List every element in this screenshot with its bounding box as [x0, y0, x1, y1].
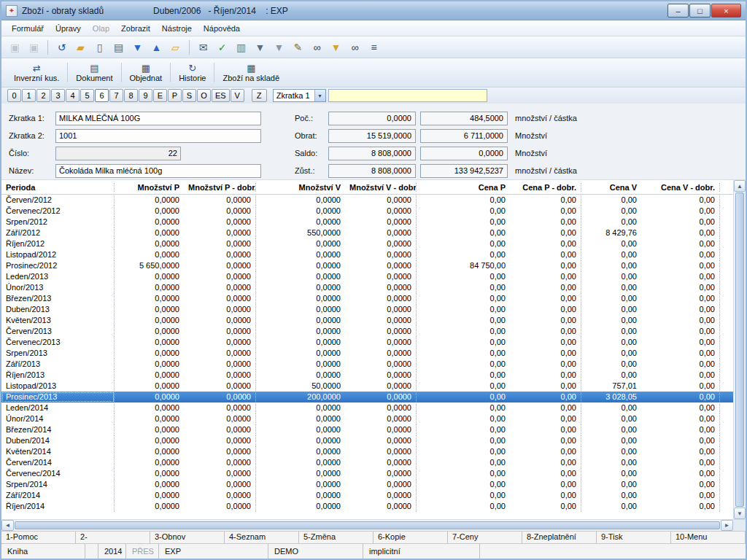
table-row[interactable]: Září/20120,00000,0000550,00000,00000,000…	[1, 228, 733, 238]
table-row[interactable]: Srpen/20130,00000,00000,00000,00000,000,…	[1, 348, 733, 359]
tab-v[interactable]: V	[231, 89, 244, 102]
table-row[interactable]: Červen/20140,00000,00000,00000,00000,000…	[1, 457, 733, 468]
search-next-icon[interactable]: ∞	[346, 39, 364, 56]
poc-quantity-field[interactable]	[328, 112, 416, 125]
list-icon[interactable]: ≡	[365, 39, 383, 56]
zust-quantity-field[interactable]	[328, 164, 416, 178]
saldo-amount-field[interactable]	[420, 147, 508, 160]
menu-nastroje[interactable]: Nástroje	[156, 22, 198, 35]
historie-button[interactable]: ↻Historie	[172, 60, 212, 85]
table-row[interactable]: Říjen/20140,00000,00000,00000,00000,000,…	[1, 501, 733, 512]
table-row[interactable]: Leden/20130,00000,00000,00000,00000,000,…	[1, 271, 733, 282]
fkey-5[interactable]: 5-Změna	[299, 532, 374, 543]
fkey-7[interactable]: 7-Ceny	[448, 532, 522, 543]
zbozi-na-sklade-button[interactable]: ▦Zboží na skladě	[216, 60, 286, 85]
table-row[interactable]: Červenec/20130,00000,00000,00000,00000,0…	[1, 337, 733, 348]
zkratka-combo[interactable]: Zkratka 1 ▼	[273, 89, 326, 102]
table-row[interactable]: Květen/20140,00000,00000,00000,00000,000…	[1, 446, 733, 457]
fkey-10[interactable]: 10-Menu	[671, 532, 746, 543]
tab-5[interactable]: 5	[80, 89, 94, 102]
undo-icon[interactable]: ↺	[53, 39, 71, 56]
tab-8[interactable]: 8	[124, 89, 138, 102]
tab-7[interactable]: 7	[109, 89, 123, 102]
folder-menu-icon[interactable]: ▱	[166, 39, 185, 56]
table-row[interactable]: Únor/20130,00000,00000,00000,00000,000,0…	[1, 282, 733, 293]
tab-3[interactable]: 3	[51, 89, 65, 102]
tab-6[interactable]: 6	[95, 89, 109, 102]
tab-s[interactable]: S	[182, 89, 196, 102]
maximize-button[interactable]: □	[689, 4, 711, 18]
tab-1[interactable]: 1	[22, 89, 36, 102]
copy-icon[interactable]: ▤	[109, 39, 128, 56]
fkey-8[interactable]: 8-Zneplatnění	[522, 532, 597, 543]
tab-e[interactable]: E	[153, 89, 167, 102]
dokument-button[interactable]: ▤Dokument	[69, 60, 119, 85]
cislo-field[interactable]	[55, 147, 181, 160]
tab-p[interactable]: P	[168, 89, 182, 102]
report-icon[interactable]: ▥	[232, 39, 250, 56]
menu-upravy[interactable]: Úpravy	[50, 22, 87, 35]
table-row[interactable]: Leden/20140,00000,00000,00000,00000,000,…	[1, 402, 733, 413]
obrat-quantity-field[interactable]	[328, 129, 416, 143]
table-row[interactable]: Březen/20140,00000,00000,00000,00000,000…	[1, 424, 733, 435]
table-row[interactable]: Říjen/20130,00000,00000,00000,00000,000,…	[1, 370, 733, 381]
table-row[interactable]: Listopad/20120,00000,00000,00000,00000,0…	[1, 249, 733, 260]
move-down-icon[interactable]: ▼	[128, 39, 147, 56]
table-row[interactable]: Listopad/20130,00000,000050,00000,00000,…	[1, 381, 733, 392]
filter-edit-icon[interactable]: ▼	[270, 39, 288, 56]
move-up-icon[interactable]: ▲	[147, 39, 166, 56]
table-row[interactable]: Únor/20140,00000,00000,00000,00000,000,0…	[1, 413, 733, 424]
table-row[interactable]: Září/20140,00000,00000,00000,00000,000,0…	[1, 490, 733, 501]
close-button[interactable]: ×	[711, 4, 741, 18]
mail-icon[interactable]: ✉	[194, 39, 212, 56]
table-row[interactable]: Duben/20130,00000,00000,00000,00000,000,…	[1, 304, 733, 315]
saldo-quantity-field[interactable]	[328, 147, 416, 160]
scroll-left-icon[interactable]: ◄	[1, 520, 14, 531]
filter-clear-icon[interactable]: ▼	[327, 39, 345, 56]
menu-napoveda[interactable]: Nápověda	[198, 22, 246, 35]
vertical-scrollbar[interactable]: ▲ ▼	[733, 180, 746, 519]
table-row[interactable]: Červen/20120,00000,00000,00000,00000,000…	[1, 195, 733, 206]
fkey-9[interactable]: 9-Tisk	[597, 532, 671, 543]
scroll-up-icon[interactable]: ▲	[734, 180, 746, 192]
table-row[interactable]: Červenec/20120,00000,00000,00000,00000,0…	[1, 206, 733, 217]
poc-amount-field[interactable]	[420, 112, 508, 125]
table-row[interactable]: Prosinec/20130,00000,0000200,00000,00000…	[1, 392, 733, 402]
menu-formular[interactable]: Formulář	[6, 22, 50, 35]
fkey-1[interactable]: 1-Pomoc	[1, 532, 76, 543]
table-row[interactable]: Květen/20130,00000,00000,00000,00000,000…	[1, 315, 733, 326]
tab-es[interactable]: ES	[212, 89, 230, 102]
z-button[interactable]: Z	[252, 89, 267, 102]
tab-0[interactable]: 0	[7, 89, 21, 102]
tab-9[interactable]: 9	[139, 89, 152, 102]
nazev-field[interactable]	[55, 164, 261, 178]
tab-o[interactable]: O	[197, 89, 211, 102]
scroll-down-icon[interactable]: ▼	[734, 508, 746, 519]
print-edit-icon[interactable]: ✎	[289, 39, 307, 56]
fkey-6[interactable]: 6-Kopie	[374, 532, 448, 543]
tab-2[interactable]: 2	[36, 89, 50, 102]
filter-input[interactable]	[328, 89, 487, 102]
table-row[interactable]: Březen/20130,00000,00000,00000,00000,000…	[1, 293, 733, 304]
table-row[interactable]: Červen/20130,00000,00000,00000,00000,000…	[1, 326, 733, 337]
table-row[interactable]: Září/20130,00000,00000,00000,00000,000,0…	[1, 359, 733, 370]
fkey-2[interactable]: 2-	[76, 532, 150, 543]
table-row[interactable]: Prosinec/20125 650,00000,00000,00000,000…	[1, 260, 733, 271]
zust-amount-field[interactable]	[420, 164, 508, 178]
table-row[interactable]: Srpen/20120,00000,00000,00000,00000,000,…	[1, 217, 733, 228]
objednat-button[interactable]: ▦Objednat	[123, 60, 169, 85]
tab-4[interactable]: 4	[66, 89, 80, 102]
scroll-right-icon[interactable]: ►	[721, 520, 733, 531]
chevron-down-icon[interactable]: ▼	[314, 90, 325, 101]
table-row[interactable]: Srpen/20140,00000,00000,00000,00000,000,…	[1, 479, 733, 490]
inverzni-kus-button[interactable]: ⇄Inverzní kus.	[7, 60, 66, 85]
fkey-4[interactable]: 4-Seznam	[225, 532, 299, 543]
table-row[interactable]: Duben/20140,00000,00000,00000,00000,000,…	[1, 435, 733, 446]
table-row[interactable]: Říjen/20120,00000,00000,00000,00000,000,…	[1, 238, 733, 249]
menu-zobrazit[interactable]: Zobrazit	[115, 22, 156, 35]
horizontal-scrollbar[interactable]: ◄ ►	[1, 519, 746, 531]
filter-icon[interactable]: ▼	[251, 39, 269, 56]
signature-icon[interactable]: ✓	[213, 39, 231, 56]
open-folder-icon[interactable]: ▰	[71, 39, 90, 56]
horizontal-scroll-thumb[interactable]	[15, 521, 720, 529]
